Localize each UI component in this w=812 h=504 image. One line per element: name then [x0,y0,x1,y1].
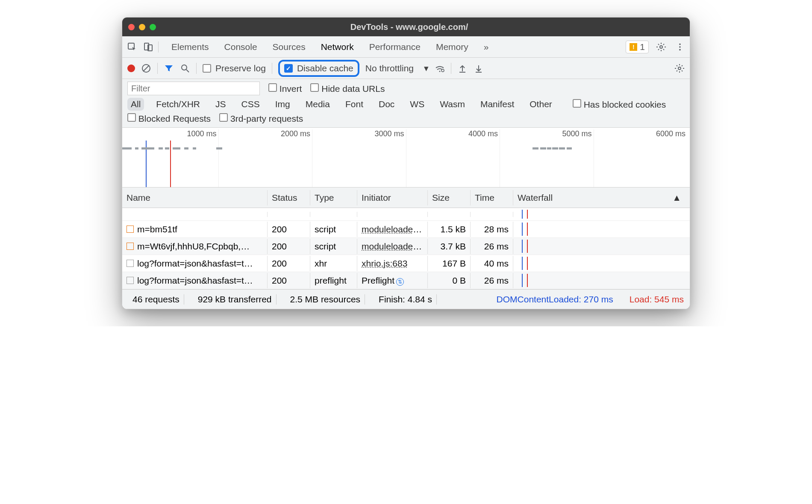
upload-har-icon[interactable] [457,63,468,73]
record-button[interactable] [127,64,135,72]
timeline-tick: 2000 ms [218,129,312,188]
filter-type-wasm[interactable]: Wasm [436,98,468,111]
col-type[interactable]: Type [310,190,357,205]
filter-type-manifest[interactable]: Manifest [477,98,518,111]
separator [196,63,197,74]
request-initiator[interactable]: xhrio.js:683 [357,256,428,271]
filter-type-doc[interactable]: Doc [375,98,398,111]
col-status[interactable]: Status [268,190,310,205]
waterfall-cell [513,255,690,272]
col-size[interactable]: Size [428,190,471,205]
filter-type-fetch-xhr[interactable]: Fetch/XHR [153,98,203,111]
request-status: 200 [268,273,310,288]
device-toolbar-icon[interactable] [142,41,155,53]
table-row[interactable]: m=Wt6vjf,hhhU8,FCpbqb,… 200 script modul… [122,238,690,255]
request-initiator[interactable]: moduleloader… [357,222,428,237]
table-row[interactable]: log?format=json&hasfast=t… 200 preflight… [122,272,690,289]
has-blocked-cookies-checkbox[interactable]: Has blocked cookies [573,99,666,110]
tabs-overflow-icon[interactable]: » [482,38,491,56]
filter-type-js[interactable]: JS [212,98,229,111]
filter-type-all[interactable]: All [127,98,144,111]
clear-icon[interactable] [141,63,151,73]
warning-count: 1 [640,42,645,52]
request-initiator[interactable]: moduleloader… [357,239,428,254]
chevron-down-icon: ▾ [424,63,429,73]
request-status: 200 [268,256,310,271]
warning-badge[interactable]: ! 1 [626,41,649,53]
close-window-icon[interactable] [128,24,135,30]
request-type: xhr [310,256,357,271]
disable-cache-highlight: Disable cache [278,60,359,77]
request-name: m=Wt6vjf,hhhU8,FCpbqb,… [137,241,250,252]
window-title: DevTools - www.google.com/ [135,22,684,32]
network-toolbar: Preserve log Disable cache No throttling… [122,58,690,79]
network-conditions-icon[interactable] [435,63,445,73]
status-resources: 2.5 MB resources [286,294,365,305]
file-type-icon [127,277,134,284]
file-type-icon [127,226,134,233]
svg-point-6 [679,49,681,50]
svg-point-11 [439,70,441,72]
more-options-icon[interactable] [674,41,686,53]
disable-cache-checkbox[interactable]: Disable cache [284,63,353,73]
tab-sources[interactable]: Sources [271,38,307,56]
request-time: 26 ms [471,273,513,288]
throttling-dropdown[interactable]: No throttling ▾ [365,63,429,73]
request-type: script [310,239,357,254]
preserve-log-checkbox[interactable]: Preserve log [203,63,266,73]
network-settings-icon[interactable] [674,63,685,73]
sort-indicator-icon: ▲ [672,193,681,203]
checkbox-icon [127,113,136,122]
request-size: 1.5 kB [428,222,471,237]
waterfall-cell [513,221,690,237]
separator [451,63,451,74]
filter-input[interactable] [127,82,260,95]
filter-type-img[interactable]: Img [272,98,294,111]
table-row[interactable]: log?format=json&hasfast=t… 200 xhr xhrio… [122,255,690,272]
settings-icon[interactable] [655,41,668,53]
filter-type-media[interactable]: Media [302,98,333,111]
col-waterfall[interactable]: Waterfall ▲ [513,190,690,205]
invert-checkbox[interactable]: Invert [268,83,302,94]
checkbox-icon [203,64,211,73]
tab-network[interactable]: Network [319,38,356,56]
file-type-icon [127,243,134,250]
col-initiator[interactable]: Initiator [357,190,428,205]
checkbox-icon [268,83,277,92]
separator [158,41,159,53]
tab-elements[interactable]: Elements [170,38,211,56]
svg-line-10 [186,70,189,72]
filter-type-ws[interactable]: WS [406,98,428,111]
filter-icon[interactable] [164,63,174,73]
requests-table-header: Name Status Type Initiator Size Time Wat… [122,188,690,208]
filter-type-other[interactable]: Other [526,98,556,111]
svg-point-5 [679,46,681,48]
separator [157,63,158,74]
svg-point-12 [441,69,444,72]
filter-type-font[interactable]: Font [342,98,367,111]
request-size: 167 B [428,256,471,271]
preflight-icon: ⇅ [396,278,404,286]
request-time: 26 ms [471,239,513,254]
tab-memory[interactable]: Memory [434,38,470,56]
table-row[interactable]: m=bm51tf 200 script moduleloader… 1.5 kB… [122,221,690,238]
timeline-overview[interactable]: 1000 ms 2000 ms 3000 ms 4000 ms 5000 ms … [122,128,690,188]
waterfall-cell [513,238,690,255]
request-name: log?format=json&hasfast=t… [137,258,253,269]
search-icon[interactable] [180,63,190,73]
col-name[interactable]: Name [122,190,268,205]
col-time[interactable]: Time [471,190,513,205]
third-party-checkbox[interactable]: 3rd-party requests [219,113,303,124]
filter-type-css[interactable]: CSS [238,98,263,111]
request-name: log?format=json&hasfast=t… [137,275,253,286]
tab-performance[interactable]: Performance [368,38,422,56]
request-size: 0 B [428,273,471,288]
inspect-element-icon[interactable] [126,41,138,53]
blocked-requests-checkbox[interactable]: Blocked Requests [127,113,211,124]
tab-console[interactable]: Console [223,38,259,56]
download-har-icon[interactable] [474,63,484,73]
request-initiator[interactable]: Preflight⇅ [357,273,428,288]
hide-data-urls-checkbox[interactable]: Hide data URLs [310,83,385,94]
checkbox-checked-icon [284,64,293,73]
svg-point-13 [678,67,681,70]
